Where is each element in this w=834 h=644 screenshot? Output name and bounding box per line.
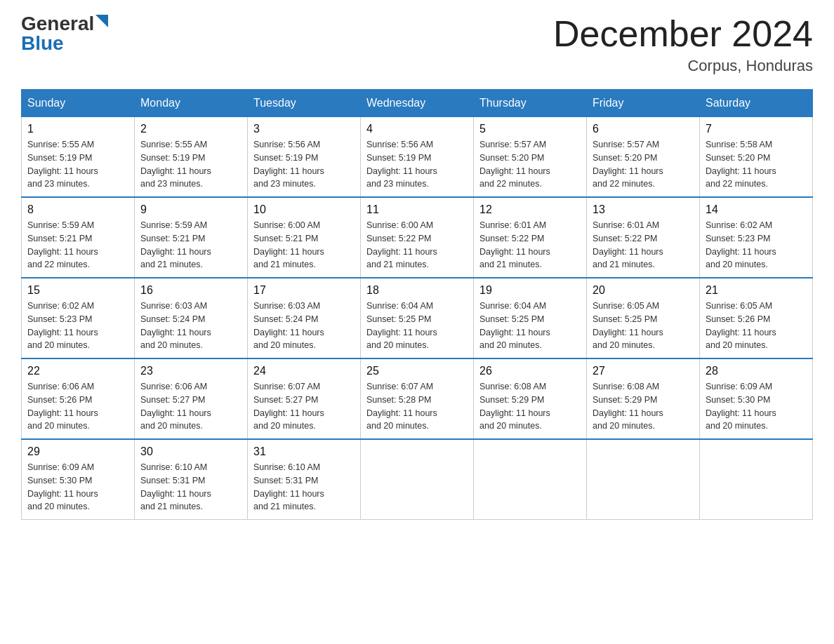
calendar-cell: 2 Sunrise: 5:55 AM Sunset: 5:19 PM Dayli… [135, 117, 248, 198]
day-number: 20 [593, 284, 694, 297]
calendar-cell: 20 Sunrise: 6:05 AM Sunset: 5:25 PM Dayl… [587, 278, 700, 358]
day-number: 10 [253, 203, 355, 216]
day-info: Sunrise: 6:07 AM Sunset: 5:27 PM Dayligh… [253, 380, 355, 433]
calendar-cell: 29 Sunrise: 6:09 AM Sunset: 5:30 PM Dayl… [22, 439, 135, 520]
day-info: Sunrise: 5:56 AM Sunset: 5:19 PM Dayligh… [253, 138, 355, 191]
day-number: 4 [366, 123, 468, 135]
day-number: 7 [706, 123, 807, 135]
day-number: 30 [140, 445, 241, 458]
calendar-week-row: 1 Sunrise: 5:55 AM Sunset: 5:19 PM Dayli… [22, 117, 813, 198]
day-info: Sunrise: 6:01 AM Sunset: 5:22 PM Dayligh… [593, 219, 694, 271]
calendar-cell: 21 Sunrise: 6:05 AM Sunset: 5:26 PM Dayl… [700, 278, 813, 358]
col-saturday: Saturday [700, 90, 813, 117]
day-number: 1 [27, 123, 128, 135]
col-friday: Friday [587, 90, 700, 117]
day-number: 28 [706, 365, 807, 377]
day-number: 21 [706, 284, 807, 297]
day-info: Sunrise: 5:57 AM Sunset: 5:20 PM Dayligh… [479, 138, 581, 191]
col-sunday: Sunday [22, 90, 135, 117]
day-number: 14 [706, 203, 807, 216]
day-number: 8 [27, 203, 128, 216]
day-info: Sunrise: 6:05 AM Sunset: 5:26 PM Dayligh… [706, 300, 807, 352]
day-info: Sunrise: 6:06 AM Sunset: 5:27 PM Dayligh… [140, 380, 241, 433]
day-info: Sunrise: 5:57 AM Sunset: 5:20 PM Dayligh… [593, 138, 694, 191]
calendar-cell: 4 Sunrise: 5:56 AM Sunset: 5:19 PM Dayli… [361, 117, 474, 198]
day-number: 3 [253, 123, 355, 135]
day-info: Sunrise: 5:55 AM Sunset: 5:19 PM Dayligh… [27, 138, 128, 191]
calendar-cell: 3 Sunrise: 5:56 AM Sunset: 5:19 PM Dayli… [248, 117, 361, 198]
svg-marker-0 [95, 15, 108, 27]
calendar-cell: 15 Sunrise: 6:02 AM Sunset: 5:23 PM Dayl… [22, 278, 135, 358]
day-number: 9 [140, 203, 241, 216]
calendar-cell [700, 439, 813, 520]
calendar-table: Sunday Monday Tuesday Wednesday Thursday… [21, 89, 813, 520]
calendar-cell: 8 Sunrise: 5:59 AM Sunset: 5:21 PM Dayli… [22, 197, 135, 278]
title-area: December 2024 Corpus, Honduras [553, 14, 813, 75]
day-number: 13 [593, 203, 694, 216]
calendar-cell [587, 439, 700, 520]
day-number: 17 [253, 284, 355, 297]
calendar-header-row: Sunday Monday Tuesday Wednesday Thursday… [22, 90, 813, 117]
calendar-cell: 19 Sunrise: 6:04 AM Sunset: 5:25 PM Dayl… [474, 278, 587, 358]
day-info: Sunrise: 6:09 AM Sunset: 5:30 PM Dayligh… [706, 380, 807, 433]
calendar-cell: 30 Sunrise: 6:10 AM Sunset: 5:31 PM Dayl… [135, 439, 248, 520]
day-info: Sunrise: 5:59 AM Sunset: 5:21 PM Dayligh… [140, 219, 241, 271]
month-title: December 2024 [553, 14, 813, 54]
day-info: Sunrise: 6:00 AM Sunset: 5:21 PM Dayligh… [253, 219, 355, 271]
col-thursday: Thursday [474, 90, 587, 117]
day-info: Sunrise: 5:55 AM Sunset: 5:19 PM Dayligh… [140, 138, 241, 191]
day-info: Sunrise: 6:10 AM Sunset: 5:31 PM Dayligh… [253, 461, 355, 514]
calendar-cell: 7 Sunrise: 5:58 AM Sunset: 5:20 PM Dayli… [700, 117, 813, 198]
day-number: 5 [479, 123, 581, 135]
calendar-cell: 14 Sunrise: 6:02 AM Sunset: 5:23 PM Dayl… [700, 197, 813, 278]
calendar-week-row: 22 Sunrise: 6:06 AM Sunset: 5:26 PM Dayl… [22, 358, 813, 439]
calendar-week-row: 29 Sunrise: 6:09 AM Sunset: 5:30 PM Dayl… [22, 439, 813, 520]
day-info: Sunrise: 6:03 AM Sunset: 5:24 PM Dayligh… [140, 300, 241, 352]
calendar-cell: 9 Sunrise: 5:59 AM Sunset: 5:21 PM Dayli… [135, 197, 248, 278]
calendar-cell: 27 Sunrise: 6:08 AM Sunset: 5:29 PM Dayl… [587, 358, 700, 439]
calendar-cell: 26 Sunrise: 6:08 AM Sunset: 5:29 PM Dayl… [474, 358, 587, 439]
calendar-cell: 23 Sunrise: 6:06 AM Sunset: 5:27 PM Dayl… [135, 358, 248, 439]
col-wednesday: Wednesday [361, 90, 474, 117]
day-info: Sunrise: 6:03 AM Sunset: 5:24 PM Dayligh… [253, 300, 355, 352]
day-info: Sunrise: 5:59 AM Sunset: 5:21 PM Dayligh… [27, 219, 128, 271]
calendar-cell [361, 439, 474, 520]
calendar-cell: 10 Sunrise: 6:00 AM Sunset: 5:21 PM Dayl… [248, 197, 361, 278]
day-number: 27 [593, 365, 694, 377]
day-number: 16 [140, 284, 241, 297]
day-info: Sunrise: 5:56 AM Sunset: 5:19 PM Dayligh… [366, 138, 468, 191]
calendar-cell: 11 Sunrise: 6:00 AM Sunset: 5:22 PM Dayl… [361, 197, 474, 278]
day-number: 2 [140, 123, 241, 135]
calendar-cell: 18 Sunrise: 6:04 AM Sunset: 5:25 PM Dayl… [361, 278, 474, 358]
logo-general-text: General [21, 14, 94, 34]
day-info: Sunrise: 6:05 AM Sunset: 5:25 PM Dayligh… [593, 300, 694, 352]
day-info: Sunrise: 6:01 AM Sunset: 5:22 PM Dayligh… [479, 219, 581, 271]
page-header: General Blue December 2024 Corpus, Hondu… [21, 14, 813, 75]
day-info: Sunrise: 6:09 AM Sunset: 5:30 PM Dayligh… [27, 461, 128, 514]
day-info: Sunrise: 6:04 AM Sunset: 5:25 PM Dayligh… [366, 300, 468, 352]
logo: General Blue [21, 14, 108, 53]
day-number: 31 [253, 445, 355, 458]
day-number: 18 [366, 284, 468, 297]
day-info: Sunrise: 6:00 AM Sunset: 5:22 PM Dayligh… [366, 219, 468, 271]
calendar-cell: 12 Sunrise: 6:01 AM Sunset: 5:22 PM Dayl… [474, 197, 587, 278]
day-number: 25 [366, 365, 468, 377]
day-info: Sunrise: 6:02 AM Sunset: 5:23 PM Dayligh… [27, 300, 128, 352]
col-tuesday: Tuesday [248, 90, 361, 117]
logo-blue-text: Blue [21, 34, 64, 53]
calendar-cell: 25 Sunrise: 6:07 AM Sunset: 5:28 PM Dayl… [361, 358, 474, 439]
location-subtitle: Corpus, Honduras [553, 57, 813, 75]
day-number: 26 [479, 365, 581, 377]
calendar-cell: 22 Sunrise: 6:06 AM Sunset: 5:26 PM Dayl… [22, 358, 135, 439]
calendar-cell: 24 Sunrise: 6:07 AM Sunset: 5:27 PM Dayl… [248, 358, 361, 439]
calendar-cell: 1 Sunrise: 5:55 AM Sunset: 5:19 PM Dayli… [22, 117, 135, 198]
col-monday: Monday [135, 90, 248, 117]
day-info: Sunrise: 6:04 AM Sunset: 5:25 PM Dayligh… [479, 300, 581, 352]
calendar-cell [474, 439, 587, 520]
logo-arrow-icon [95, 15, 108, 30]
calendar-cell: 16 Sunrise: 6:03 AM Sunset: 5:24 PM Dayl… [135, 278, 248, 358]
calendar-cell: 31 Sunrise: 6:10 AM Sunset: 5:31 PM Dayl… [248, 439, 361, 520]
day-number: 6 [593, 123, 694, 135]
calendar-cell: 6 Sunrise: 5:57 AM Sunset: 5:20 PM Dayli… [587, 117, 700, 198]
day-info: Sunrise: 6:08 AM Sunset: 5:29 PM Dayligh… [479, 380, 581, 433]
